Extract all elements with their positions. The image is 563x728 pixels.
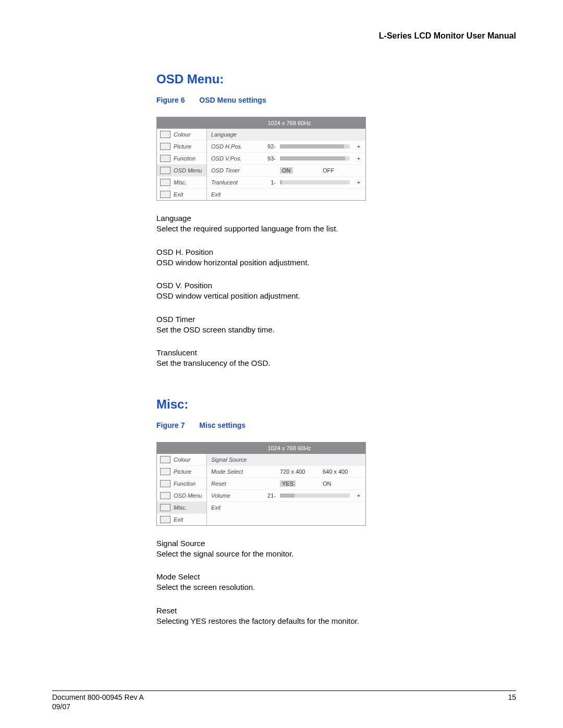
osd-option: ON [323, 478, 361, 489]
setting-text: Select the screen resolution. [156, 583, 255, 591]
osd-nav-label: Misc. [174, 502, 187, 513]
osd-nav-label: Colour [174, 454, 190, 465]
figure-caption-7: Figure 7 Misc settings [156, 421, 454, 429]
setting-description: Mode SelectSelect the screen resolution. [156, 572, 454, 593]
figure-label: Figure 6 [156, 96, 185, 104]
osd-nav-label: Picture [174, 141, 191, 152]
osd-setting-value: 1- [262, 177, 276, 188]
osd-nav-item: Colour [157, 454, 206, 465]
plus-icon: + [356, 490, 361, 501]
setting-term: Signal Source [156, 538, 454, 549]
figure-caption-text: OSD Menu settings [199, 96, 266, 104]
osd-setting-row: Volume21-+ [207, 489, 365, 501]
menu-category-icon [160, 468, 170, 475]
menu-category-icon [160, 456, 170, 463]
osd-resolution: 1024 x 768 60Hz [213, 442, 365, 454]
setting-term: Reset [156, 606, 454, 616]
osd-nav-item: Exit [157, 513, 206, 525]
figure-label: Figure 7 [156, 421, 185, 429]
setting-term: OSD V. Position [156, 280, 454, 291]
setting-description: OSD TimerSet the OSD screen standby time… [156, 314, 454, 336]
menu-category-icon [160, 492, 170, 499]
setting-description: ResetSelecting YES restores the factory … [156, 606, 454, 627]
setting-text: OSD window vertical position adjustment. [156, 291, 300, 300]
osd-nav-label: OSD Menu [174, 165, 202, 176]
osd-setting-label: OSD H.Pos. [211, 141, 258, 152]
osd-nav-item: OSD Menu [157, 489, 206, 501]
osd-option: 720 x 400 [280, 466, 319, 477]
osd-nav-item: Function [157, 477, 206, 489]
osd-setting-label: OSD V.Pos. [211, 153, 258, 164]
osd-setting-label: Mode Select [211, 466, 258, 477]
osd-nav-item: Colour [157, 129, 206, 140]
plus-icon: + [356, 153, 361, 164]
menu-category-icon [160, 179, 170, 186]
osd-setting-row: ResetYESON [207, 477, 365, 489]
setting-text: Set the translucency of the OSD. [156, 359, 270, 367]
osd-nav-item: OSD Menu [157, 164, 206, 176]
section-title-misc: Misc: [156, 397, 454, 412]
footer-doc: Document 800-00945 Rev A [52, 693, 144, 701]
osd-setting-value: 21- [262, 490, 276, 501]
setting-term: OSD H. Position [156, 247, 454, 257]
setting-description: OSD V. PositionOSD window vertical posit… [156, 280, 454, 302]
osd-nav-label: Exit [174, 514, 183, 525]
osd-setting-row: Exit [207, 188, 365, 200]
osd-nav-item: Misc. [157, 501, 206, 513]
osd-setting-row: Mode Select720 x 400640 x 400 [207, 465, 365, 477]
setting-text: Select the signal source for the monitor… [156, 549, 293, 558]
page-footer: Document 800-00945 Rev A 09/07 15 [52, 690, 516, 711]
setting-term: OSD Timer [156, 314, 454, 325]
osd-option: OFF [323, 165, 361, 176]
osd-setting-value: 92- [262, 141, 276, 152]
osd-nav-label: Function [174, 153, 195, 164]
menu-category-icon [160, 480, 170, 487]
osd-setting-label: OSD Timer [211, 165, 258, 176]
osd-setting-label: Exit [211, 502, 258, 513]
setting-text: Select the required supported language f… [156, 224, 338, 233]
osd-nav-item: Picture [157, 140, 206, 152]
osd-option: ON [280, 165, 319, 176]
setting-text: Selecting YES restores the factory defau… [156, 616, 359, 625]
footer-page: 15 [508, 693, 516, 701]
osd-setting-row: Exit [207, 501, 365, 513]
osd-nav-label: Exit [174, 189, 183, 200]
osd-setting-label: Language [211, 129, 258, 140]
osd-setting-label: Tranlucent [211, 177, 258, 188]
plus-icon: + [356, 141, 361, 152]
setting-description: OSD H. PositionOSD window horizontal pos… [156, 247, 454, 268]
osd-nav-label: Function [174, 478, 195, 489]
osd-nav-item: Misc. [157, 176, 206, 188]
setting-term: Mode Select [156, 572, 454, 582]
osd-nav-label: OSD Menu [174, 490, 202, 501]
osd-setting-label: Exit [211, 189, 258, 200]
menu-category-icon [160, 155, 170, 162]
menu-category-icon [160, 191, 170, 198]
running-header: L-Series LCD Monitor User Manual [52, 31, 516, 41]
osd-setting-label: Signal Source [211, 454, 258, 465]
osd-slider-track [280, 156, 350, 161]
misc-menu-figure: 1024 x 768 60HzColourPictureFunctionOSD … [156, 442, 366, 526]
osd-nav-item: Function [157, 152, 206, 164]
osd-setting-label: Volume [211, 490, 258, 501]
setting-description: LanguageSelect the required supported la… [156, 213, 454, 235]
figure-caption-6: Figure 6 OSD Menu settings [156, 96, 454, 104]
menu-category-icon [160, 504, 170, 511]
osd-setting-row: OSD V.Pos.93-+ [207, 152, 365, 164]
osd-slider-track [280, 493, 350, 498]
setting-description: TranslucentSet the translucency of the O… [156, 348, 454, 369]
setting-description: Signal SourceSelect the signal source fo… [156, 538, 454, 560]
footer-date: 09/07 [52, 702, 70, 711]
menu-category-icon [160, 131, 170, 138]
osd-setting-row: OSD H.Pos.92-+ [207, 140, 365, 152]
section-title-osd-menu: OSD Menu: [156, 72, 454, 87]
plus-icon: + [356, 177, 361, 188]
osd-setting-row: OSD TimerONOFF [207, 164, 365, 176]
setting-term: Language [156, 213, 454, 224]
osd-setting-value: 93- [262, 153, 276, 164]
osd-nav-item: Picture [157, 465, 206, 477]
osd-resolution: 1024 x 768 60Hz [213, 117, 365, 129]
osd-nav-label: Picture [174, 466, 191, 477]
osd-nav-item: Exit [157, 188, 206, 200]
misc-descriptions: Signal SourceSelect the signal source fo… [156, 538, 454, 627]
